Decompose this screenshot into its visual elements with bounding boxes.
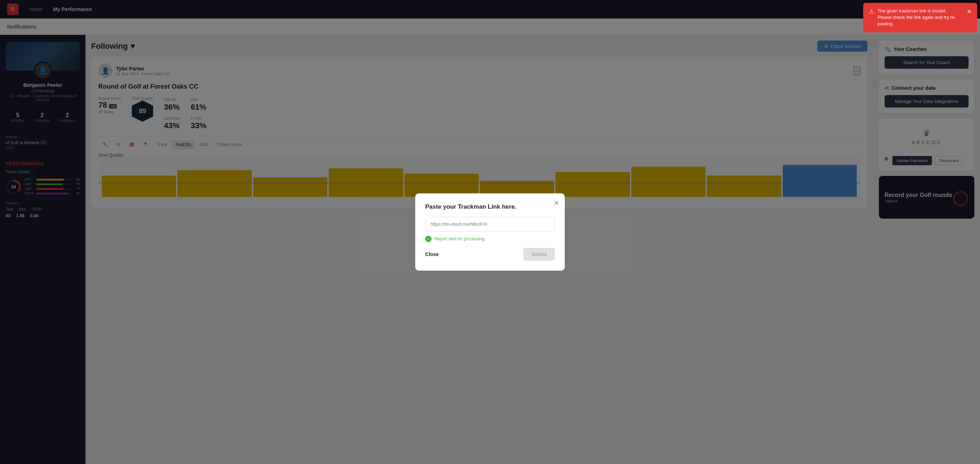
toast-close-button[interactable]: ✕ xyxy=(967,8,972,16)
modal-close-x-button[interactable]: ✕ xyxy=(554,199,559,207)
modal-close-button[interactable]: Close xyxy=(425,251,439,257)
modal-success-message: ✓ Report sent for processing xyxy=(425,236,555,242)
modal-submit-button[interactable]: Submit xyxy=(523,248,555,261)
trackman-link-input[interactable] xyxy=(425,217,555,232)
error-message: The given trackman link is invalid. Plea… xyxy=(877,8,961,27)
success-check-icon: ✓ xyxy=(425,236,431,242)
warning-icon: ⚠ xyxy=(869,8,874,16)
trackman-modal: Paste your Trackman Link here. ✕ ✓ Repor… xyxy=(415,193,565,271)
success-text: Report sent for processing xyxy=(434,237,485,242)
modal-footer: Close Submit xyxy=(425,248,555,261)
modal-overlay[interactable]: Paste your Trackman Link here. ✕ ✓ Repor… xyxy=(0,0,980,464)
error-toast: ⚠ The given trackman link is invalid. Pl… xyxy=(863,3,977,32)
modal-title: Paste your Trackman Link here. xyxy=(425,203,555,210)
